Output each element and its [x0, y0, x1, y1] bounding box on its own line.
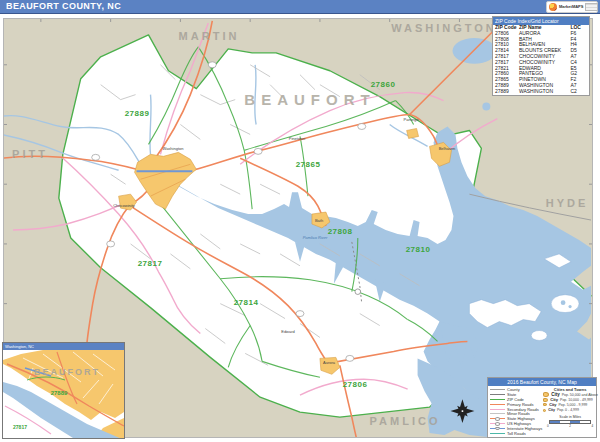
- city-size-swatch: [543, 398, 548, 402]
- town-label: Pantego: [404, 117, 419, 122]
- title-bar: BEAUFORT COUNTY, NC: [0, 0, 600, 14]
- legend-line-swatch: [490, 399, 505, 400]
- legend-line-label: Toll Roads: [507, 431, 526, 436]
- zip-index-rows: 27806AURORAF627808BATHF427810BELHAVENH42…: [493, 31, 589, 95]
- shield-marker-icon: [495, 427, 500, 431]
- scale-tick: 0: [547, 424, 549, 428]
- scale-tick: 2: [569, 424, 571, 428]
- town-label: Aurora: [323, 360, 335, 365]
- county-label: PAMLICO: [370, 415, 441, 427]
- legend-line-swatch: [490, 433, 505, 434]
- legend-line-swatch: [490, 389, 505, 390]
- legend-line-swatch: [490, 404, 505, 405]
- city-pop-range: Pop. 0 - 4,999: [557, 408, 579, 412]
- scale-bar: [549, 420, 591, 424]
- zip-index-cell: 27889: [495, 89, 519, 95]
- legend-line-swatch: [490, 428, 505, 429]
- zip-code-label: 27817: [138, 259, 163, 268]
- zip-code-label: 27865: [296, 160, 321, 169]
- scale-label: Scale in Miles: [542, 415, 598, 419]
- legend-line-swatch: [490, 409, 505, 410]
- city-pop-range: Pop. 50,000 and Above: [562, 393, 598, 397]
- legend-line-swatch: [490, 418, 505, 419]
- inset-zip-label: 27889: [51, 390, 68, 396]
- water-label: Pamlico River: [303, 235, 328, 240]
- zip-index-cell: WASHINGTON: [519, 89, 571, 95]
- brand-logo: MarketMAPS: [546, 1, 598, 13]
- zip-code-label: 27814: [234, 298, 259, 307]
- legend-line-swatch: [490, 423, 505, 424]
- legend-line-swatch: [490, 394, 505, 395]
- county-label: WASHINGTON: [391, 22, 497, 34]
- inset-title: Washington, NC: [3, 343, 124, 350]
- zip-index-table: ZIP Code Index/Grid Locator ZIP Code ZIP…: [492, 16, 590, 96]
- brand-logo-badge: [585, 3, 598, 11]
- town-label: Bath: [315, 218, 323, 223]
- zip-code-label: 27806: [343, 380, 368, 389]
- globe-icon: [549, 3, 557, 11]
- county-label: HYDE: [546, 197, 589, 209]
- page-title: BEAUFORT COUNTY, NC: [6, 1, 121, 11]
- city-size-swatch: [543, 409, 546, 412]
- oval-marker-icon: [495, 417, 500, 421]
- scale-bar-block: Scale in Miles 024: [542, 415, 598, 428]
- inset-map: Washington, NC BEAUFORT2788927817: [2, 342, 125, 439]
- town-label: Edward: [281, 329, 295, 334]
- zip-index-cell: C2: [570, 89, 587, 95]
- inset-zip-label: 27817: [13, 424, 27, 430]
- brand-logo-text: MarketMAPS: [559, 5, 583, 9]
- legend-line-items: CountyStateZIP CodePrimary RoadsSecondar…: [490, 387, 542, 436]
- city-size-swatch: [543, 403, 547, 406]
- city-pop-range: Pop. 10,000 - 49,999: [560, 398, 593, 402]
- legend-city-items: CityPop. 50,000 and AboveCityPop. 10,000…: [542, 392, 598, 413]
- legend-cities-column: Cities and Towns CityPop. 50,000 and Abo…: [542, 387, 598, 436]
- town-label: Pinetown: [289, 136, 305, 141]
- legend-title: 2016 Beaufort County, NC Map: [488, 378, 596, 386]
- town-label: Belhaven: [439, 146, 456, 151]
- scale-tick: 4: [591, 424, 593, 428]
- zip-code-label: 27810: [406, 245, 431, 254]
- zip-code-label: 27889: [125, 109, 150, 118]
- city-label: City: [549, 402, 556, 407]
- city-label: City: [548, 408, 555, 412]
- zip-code-label: 27808: [328, 227, 353, 236]
- inset-county-label: BEAUFORT: [34, 367, 100, 377]
- city-pop-range: Pop. 5,000 - 9,999: [559, 403, 588, 407]
- legend-line-item: Toll Roads: [490, 431, 542, 436]
- county-label: MARTIN: [179, 30, 240, 42]
- scale-ticks: 024: [547, 424, 593, 428]
- town-label: Washington: [163, 146, 184, 151]
- map-legend: 2016 Beaufort County, NC Map CountyState…: [487, 377, 597, 438]
- legend-line-swatch: [490, 413, 505, 414]
- zip-code-label: 27860: [371, 80, 396, 89]
- zip-index-row: 27889WASHINGTONC2: [493, 89, 589, 95]
- county-label: PITT: [12, 148, 48, 160]
- pond: [482, 103, 490, 111]
- town-label: Chocowinity: [113, 203, 135, 208]
- oval-marker-icon: [495, 422, 500, 426]
- legend-city-item: CityPop. 0 - 4,999: [542, 408, 598, 413]
- county-label: BEAUFORT: [244, 91, 375, 108]
- map-page: BEAUFORT COUNTY, NC MarketMAPS: [0, 0, 600, 442]
